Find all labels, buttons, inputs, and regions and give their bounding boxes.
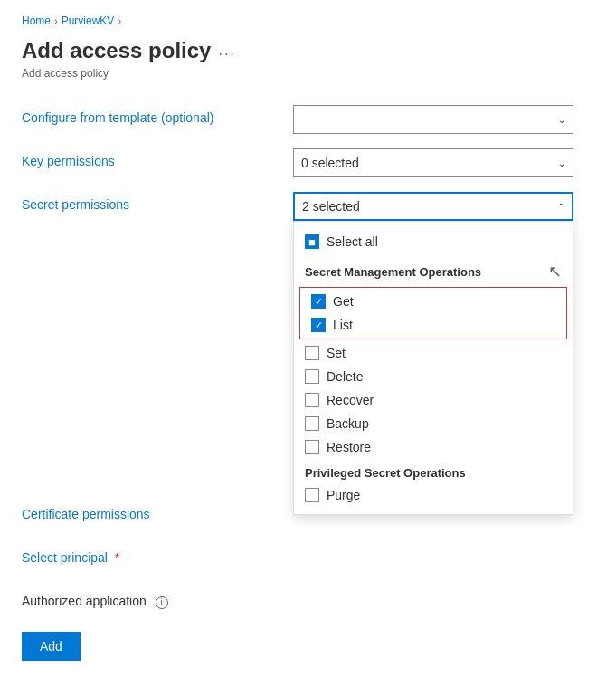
option-purge[interactable]: Purge <box>294 483 573 507</box>
get-check-icon: ✓ <box>315 297 323 307</box>
option-backup[interactable]: Backup <box>294 412 573 435</box>
select-principal-row: Select principal * <box>22 545 594 574</box>
set-checkbox[interactable] <box>305 346 319 360</box>
secret-permissions-label: Secret permissions <box>22 192 293 212</box>
list-checkbox[interactable]: ✓ <box>311 318 326 332</box>
required-star: * <box>115 550 119 565</box>
add-button-container: Add <box>22 632 594 661</box>
option-recover[interactable]: Recover <box>294 388 573 412</box>
restore-checkbox[interactable] <box>305 440 319 454</box>
form: Configure from template (optional) ⌄ Key… <box>22 105 594 661</box>
secret-permissions-row: Secret permissions 2 selected ⌃ ■ Select… <box>22 192 594 221</box>
option-set[interactable]: Set <box>294 341 573 365</box>
authorized-application-info-icon[interactable]: i <box>156 596 168 609</box>
cursor-pointer-icon: ↖ <box>548 262 562 281</box>
secret-permissions-control: 2 selected ⌃ ■ Select all Secret Managem… <box>293 192 594 221</box>
restore-label: Restore <box>327 440 371 454</box>
option-get[interactable]: ✓ Get <box>300 290 566 313</box>
breadcrumb-home[interactable]: Home <box>22 14 51 27</box>
page-subtitle: Add access policy <box>22 67 594 80</box>
option-list[interactable]: ✓ List <box>300 313 566 337</box>
secret-permissions-chevron-icon: ⌃ <box>557 202 564 212</box>
breadcrumb-sep-1: › <box>54 15 58 26</box>
backup-label: Backup <box>327 416 369 431</box>
get-checkbox[interactable]: ✓ <box>311 294 326 309</box>
get-label: Get <box>333 294 354 309</box>
secret-permissions-dropdown[interactable]: 2 selected ⌃ <box>293 192 573 221</box>
secret-management-section-header: Secret Management Operations ↖ <box>294 254 573 285</box>
highlighted-options-container: ✓ Get ✓ List <box>299 287 567 339</box>
option-delete[interactable]: Delete <box>294 365 573 388</box>
option-restore[interactable]: Restore <box>294 435 573 459</box>
list-label: List <box>333 318 353 332</box>
select-all-dash-icon: ■ <box>308 236 316 248</box>
certificate-permissions-label: Certificate permissions <box>22 501 293 521</box>
authorized-application-label: Authorized application i <box>22 588 293 609</box>
authorized-application-row: Authorized application i <box>22 588 594 617</box>
recover-label: Recover <box>327 393 374 407</box>
add-button[interactable]: Add <box>22 632 81 661</box>
breadcrumb: Home › PurviewKV › <box>22 14 594 27</box>
select-principal-label: Select principal * <box>22 545 293 565</box>
page-title-ellipsis[interactable]: ... <box>218 43 235 59</box>
secret-management-section-title: Secret Management Operations <box>305 265 481 279</box>
configure-template-label: Configure from template (optional) <box>22 105 293 125</box>
breadcrumb-sep-2: › <box>118 15 121 26</box>
delete-label: Delete <box>327 369 363 384</box>
key-permissions-value: 0 selected <box>301 156 359 170</box>
recover-checkbox[interactable] <box>305 393 319 407</box>
key-permissions-label: Key permissions <box>22 148 293 168</box>
configure-template-chevron-icon: ⌄ <box>558 115 565 125</box>
select-all-row[interactable]: ■ Select all <box>294 229 573 254</box>
key-permissions-dropdown[interactable]: 0 selected ⌄ <box>293 148 573 177</box>
page-title-text: Add access policy <box>22 38 211 63</box>
secret-permissions-value: 2 selected <box>302 199 360 214</box>
page-title-container: Add access policy ... <box>22 38 594 63</box>
key-permissions-row: Key permissions 0 selected ⌄ <box>22 148 594 177</box>
purge-checkbox[interactable] <box>305 488 319 502</box>
breadcrumb-purviewkv[interactable]: PurviewKV <box>62 14 115 27</box>
key-permissions-chevron-icon: ⌄ <box>558 158 565 168</box>
select-all-checkbox[interactable]: ■ <box>305 234 319 249</box>
configure-template-row: Configure from template (optional) ⌄ <box>22 105 594 134</box>
purge-label: Purge <box>327 488 360 502</box>
select-all-label: Select all <box>327 234 378 249</box>
privileged-section-header: Privileged Secret Operations <box>294 459 573 483</box>
configure-template-dropdown[interactable]: ⌄ <box>293 105 573 134</box>
delete-checkbox[interactable] <box>305 369 319 384</box>
set-label: Set <box>327 346 346 360</box>
key-permissions-control: 0 selected ⌄ <box>293 148 594 177</box>
list-check-icon: ✓ <box>315 320 323 330</box>
backup-checkbox[interactable] <box>305 416 319 431</box>
privileged-section-title: Privileged Secret Operations <box>305 466 466 480</box>
secret-permissions-panel: ■ Select all Secret Management Operation… <box>293 221 573 515</box>
configure-template-control: ⌄ <box>293 105 594 134</box>
